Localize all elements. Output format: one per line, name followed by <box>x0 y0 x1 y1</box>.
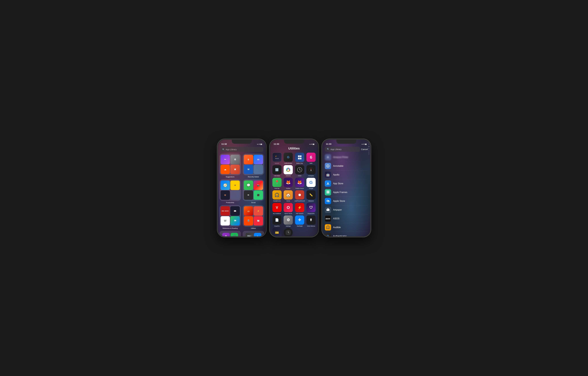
app-justpress[interactable]: ⏺ JustPressRecord <box>294 190 305 202</box>
app-label-opera: Opera Touch <box>284 213 292 214</box>
folder-suggestions[interactable]: ✂ ⚙ ☁ ★ Suggestions <box>220 154 241 178</box>
app-name-artpaper: Artpaper <box>333 209 342 211</box>
search-bar-3: 🔍 App Library Cancel <box>325 147 368 152</box>
alpha-y[interactable]: Y <box>368 150 370 151</box>
list-item-artpaper[interactable]: 🏔 Artpaper <box>325 206 368 214</box>
app-voicememos[interactable]: 🎙 Voice Memos <box>306 215 316 227</box>
list-item-authenticator[interactable]: G Authenticator <box>325 232 368 236</box>
time-3: 11:33 <box>326 143 331 145</box>
app-name-appstore: App Store <box>333 182 343 185</box>
svg-text:A: A <box>327 165 328 167</box>
app-clock[interactable]: Clock <box>294 165 305 177</box>
app-pdfsearch[interactable]: ⚡ PDF Search <box>294 203 305 214</box>
app-label-clock: Clock <box>298 175 301 177</box>
search-placeholder-1: App Library <box>226 148 237 151</box>
cancel-button[interactable]: Cancel <box>361 148 368 151</box>
bottom-left: 🎙 🎵 <box>220 231 241 236</box>
app-label-home: Home <box>286 200 290 202</box>
app-name-apollo: Apollo <box>333 174 339 176</box>
folder-recently-added[interactable]: B m W Recently Added <box>243 154 264 178</box>
app-opera[interactable]: O Opera Touch <box>283 203 293 214</box>
app-bulb[interactable]: 6 Bulb <box>306 153 316 164</box>
icon-podcasts[interactable]: 🎙 <box>222 233 230 236</box>
app-label-scanpro: ScanPro <box>274 225 280 227</box>
app-authenticator[interactable]: G Authenticator <box>283 153 293 164</box>
svg-marker-8 <box>311 170 311 171</box>
app-protonvpn[interactable]: 🛡 ProtonVPN <box>306 203 316 214</box>
folder-utilities-p1[interactable]: 🦊 ⚡ 👽 📰 Utilities <box>243 205 264 229</box>
app-compass[interactable]: Compass <box>306 165 316 177</box>
app-label-google: Google <box>309 188 313 189</box>
app-chrome[interactable]: Chrome <box>283 165 293 177</box>
svg-point-5 <box>299 170 300 170</box>
app-1111[interactable]: 1⁴1.1.1.1 1.1.1.1 <box>272 153 282 164</box>
app-findmy[interactable]: 📍 Find My <box>272 178 282 189</box>
app-home[interactable]: 🏠 Home <box>283 190 293 202</box>
alphabet-index[interactable]: A B C D E F G H I J K L M N O P Q <box>368 140 370 191</box>
app-firefox[interactable]: 🦊 Firefox <box>283 178 293 189</box>
app-name-annotable: Annotable <box>333 165 344 167</box>
alpha-x[interactable]: X <box>368 148 370 149</box>
icon-spotify[interactable]: 🎵 <box>231 233 238 236</box>
app-name-applestore: Apple Store <box>333 200 345 202</box>
folder-label-productivity: Productivity <box>226 202 234 203</box>
icon-testflight-p1[interactable]: ✈ <box>254 233 261 236</box>
icon-apollo: 🤖 <box>325 172 331 178</box>
folder-reference[interactable]: BBC NEWS 📖 W 🗺 Reference & Reading <box>220 205 241 229</box>
app-headphones[interactable]: 🎧 Headphones <box>272 190 282 202</box>
app-label-headphones: Headphones <box>273 200 281 202</box>
app-betterday[interactable]: ▦▦▦▦ Better Day <box>294 153 305 164</box>
app-label-justpress: JustPressRecord <box>294 200 305 202</box>
icon-applestore: 🛍 <box>325 198 331 204</box>
app-settings[interactable]: ⚙ Settings <box>283 215 293 227</box>
app-vodafone[interactable]: V My Vodafone <box>272 203 282 214</box>
app-list: A Amazon Prime A Annotable <box>323 153 370 236</box>
app-label-compass: Compass <box>308 175 314 177</box>
search-icon-3: 🔍 <box>327 148 330 151</box>
notch-3 <box>336 140 357 144</box>
alpha-hash[interactable]: # <box>368 153 370 155</box>
app-name-appleframes: Apple Frames <box>333 191 347 194</box>
app-wallet[interactable]: 💳 Wallet <box>272 228 282 236</box>
app-label-settings: Settings <box>286 225 291 227</box>
app-testflight[interactable]: ✈ TestFlight <box>294 215 305 227</box>
notch-1 <box>232 140 252 144</box>
time-2: 11:33 <box>274 143 279 145</box>
time-1: 11:32 <box>221 143 227 145</box>
icon-blurred: A <box>325 154 331 160</box>
search-bar-1[interactable]: 🔍 App Library <box>220 147 263 152</box>
folder-label-recently: Recently Added <box>248 176 259 178</box>
app-watch[interactable]: Watch <box>283 228 293 236</box>
app-scanpro[interactable]: 📄 ScanPro <box>272 215 282 227</box>
list-item-apollo[interactable]: 🤖 Apollo <box>325 170 368 179</box>
search-input-3[interactable]: 🔍 App Library <box>325 147 360 152</box>
app-label-firefoxfocus: Firefox Focus <box>295 188 304 189</box>
app-google[interactable]: G Google <box>306 178 316 189</box>
notch-2 <box>284 140 304 144</box>
search-icon-1: 🔍 <box>222 148 225 151</box>
app-measure[interactable]: 📏 Measure <box>306 190 316 202</box>
folder-label-social: Social <box>251 202 256 203</box>
status-icons-3: ▪▪▪ ▾ ▮▮ <box>362 143 367 145</box>
folder-label-utilities-p1: Utilities <box>251 227 256 229</box>
app-firefox-focus[interactable]: 🦊 Firefox Focus <box>294 178 305 189</box>
phones-container: 11:32 ▪▪▪ ▾ ▮▮ 🔍 App Library ✂ ⚙ ☁ ★ <box>217 139 371 237</box>
list-item-appstore[interactable]: App Store <box>325 179 368 188</box>
list-item-applestore[interactable]: 🛍 Apple Store <box>325 197 368 206</box>
list-item-annotable[interactable]: A Annotable <box>325 162 368 170</box>
list-item-audible[interactable]: 🎧 Audible <box>325 223 368 232</box>
phone-2: 11:33 ▪▪▪ ▾ ▮▮ Utilities 1⁴1.1.1.1 1.1.1… <box>270 139 318 237</box>
folder-productivity[interactable]: 🧭 🦋 🐻 Productivity <box>220 179 241 203</box>
alpha-w[interactable]: W <box>368 146 370 148</box>
svg-marker-7 <box>311 168 311 170</box>
app-calculator[interactable]: 🔢 Calculator <box>272 165 282 177</box>
icon-authenticator-list: G <box>325 233 331 236</box>
folder-social[interactable]: 💬 📷 ✏ ⬛ Social <box>243 179 264 203</box>
app-label-vodafone: My Vodafone <box>273 213 281 214</box>
icon-camera[interactable]: 📷 <box>246 233 253 236</box>
status-icons-2: ▪▪▪ ▾ ▮▮ <box>309 143 315 145</box>
list-item-appleframes[interactable]: 🖼 Apple Frames <box>325 188 368 197</box>
status-icons-1: ▪▪▪ ▾ ▮▮ <box>257 143 262 145</box>
alpha-z[interactable]: Z <box>368 151 370 153</box>
list-item-asos[interactable]: asos ASOS <box>325 214 368 223</box>
